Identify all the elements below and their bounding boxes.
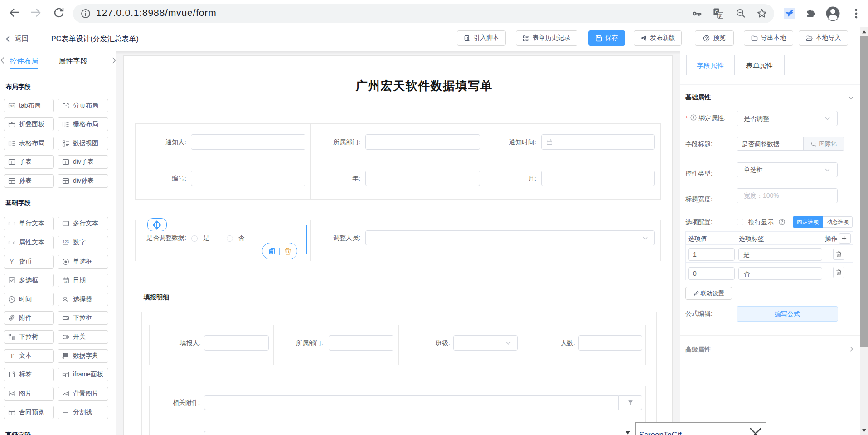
svg-text:15: 15 [64, 280, 68, 283]
svg-text:TAB: TAB [10, 105, 15, 108]
svg-text:文: 文 [718, 13, 723, 18]
svg-text:¥: ¥ [10, 258, 14, 265]
svg-text:T: T [10, 353, 14, 360]
svg-text:123: 123 [63, 239, 69, 244]
